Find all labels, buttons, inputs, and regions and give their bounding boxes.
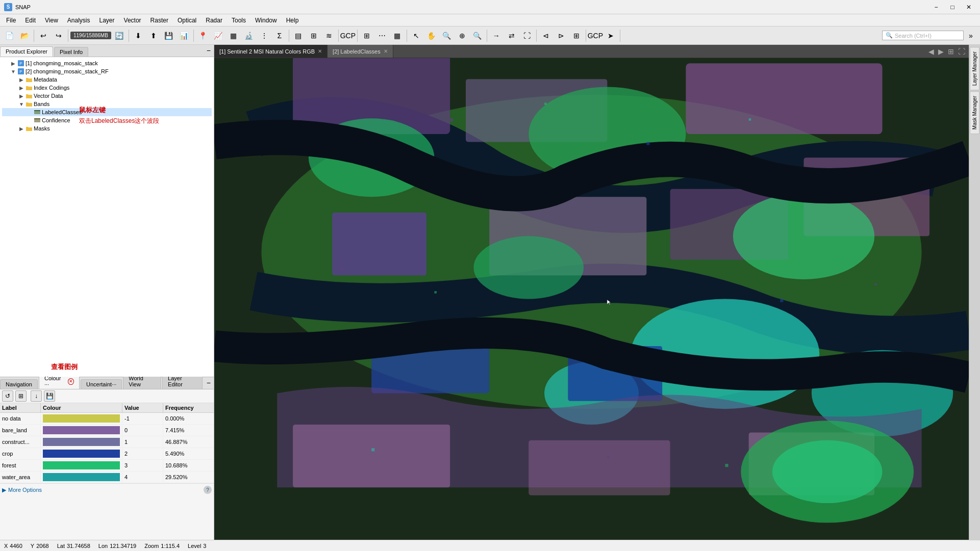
more-options-btn[interactable]: ▶ More Options ? bbox=[2, 486, 212, 494]
save-button[interactable]: 💾 bbox=[162, 29, 176, 43]
graph-button[interactable]: 📊 bbox=[177, 29, 191, 43]
menu-window[interactable]: Window bbox=[251, 16, 281, 25]
tree-item-product2[interactable]: ▼ P [2] chongming_mosaic_stack_RF bbox=[2, 67, 212, 75]
tab-navigation[interactable]: Navigation bbox=[0, 379, 38, 389]
profile-button[interactable]: ≋ bbox=[322, 29, 336, 43]
import-colors-btn[interactable]: ⊞ bbox=[15, 390, 27, 402]
redo-button[interactable]: ↪ bbox=[52, 29, 66, 43]
ct-row-0[interactable]: no data -1 0.000% bbox=[0, 413, 214, 425]
export-button[interactable]: ⬆ bbox=[146, 29, 161, 43]
gcp2-button[interactable]: GCP bbox=[588, 29, 602, 43]
arrow-button[interactable]: ➤ bbox=[604, 29, 618, 43]
save-colors-btn[interactable]: 💾 bbox=[44, 390, 55, 402]
select-button[interactable]: ↖ bbox=[409, 29, 423, 43]
tab-uncertainty[interactable]: Uncertaint··· bbox=[81, 379, 122, 389]
viewer-tab-2[interactable]: [2] LabeledClasses ✕ bbox=[328, 45, 393, 58]
expand-icon[interactable]: ▶ bbox=[18, 85, 24, 91]
expand-icon[interactable]: ▼ bbox=[18, 101, 24, 107]
rs-tab-layer-manager[interactable]: Layer Manager bbox=[970, 47, 979, 90]
new-button[interactable]: 📄 bbox=[2, 29, 16, 43]
tree-item-labeledclasses[interactable]: LabeledClasses bbox=[2, 108, 212, 116]
sync-button[interactable]: ⇄ bbox=[505, 29, 519, 43]
expand-icon[interactable]: ▶ bbox=[18, 93, 24, 99]
viewer-tab-1[interactable]: [1] Sentinel 2 MSI Natural Colors RGB ✕ bbox=[214, 45, 328, 58]
menu-view[interactable]: View bbox=[41, 16, 62, 25]
band-button[interactable]: ▦ bbox=[390, 29, 405, 43]
pin-button[interactable]: 📍 bbox=[196, 29, 210, 43]
expand-icon[interactable]: ▶ bbox=[18, 76, 24, 83]
menu-edit[interactable]: Edit bbox=[21, 16, 40, 25]
minimize-button[interactable]: − bbox=[929, 2, 943, 12]
viewer-prev-btn[interactable]: ◀ bbox=[927, 47, 936, 56]
tree-item-indexcodings[interactable]: ▶ Index Codings bbox=[2, 84, 212, 92]
panel-minimize-btn[interactable]: − bbox=[204, 44, 214, 57]
tree-item-confidence[interactable]: Confidence bbox=[2, 116, 212, 124]
tree-item-bands[interactable]: ▼ Bands bbox=[2, 100, 212, 108]
bottom-minimize-btn[interactable]: − bbox=[204, 377, 214, 389]
menu-file[interactable]: File bbox=[2, 16, 20, 25]
pan-button[interactable]: ✋ bbox=[424, 29, 439, 43]
gcp-button[interactable]: GCP bbox=[341, 29, 355, 43]
prev-button[interactable]: ⊲ bbox=[539, 29, 553, 43]
nav-button[interactable]: → bbox=[489, 29, 504, 43]
sigma-button[interactable]: Σ bbox=[272, 29, 287, 43]
ct-row-1[interactable]: bare_land 0 7.415% bbox=[0, 425, 214, 436]
zoom-out-button[interactable]: 🔍 bbox=[470, 29, 485, 43]
undo-button[interactable]: ↩ bbox=[36, 29, 51, 43]
menu-vector[interactable]: Vector bbox=[120, 16, 145, 25]
tree-item-product1[interactable]: ▶ P [1] chongming_mosaic_stack bbox=[2, 59, 212, 67]
grid-button[interactable]: ⊞ bbox=[360, 29, 374, 43]
spectrum-button[interactable]: 🔬 bbox=[242, 29, 256, 43]
scatter-button[interactable]: ⋮ bbox=[257, 29, 271, 43]
menu-layer[interactable]: Layer bbox=[95, 16, 119, 25]
tab-pixel-info[interactable]: Pixel Info bbox=[54, 47, 88, 57]
ct-row-5[interactable]: water_area 4 29.520% bbox=[0, 471, 214, 483]
viewer-tile-btn[interactable]: ⊞ bbox=[946, 47, 956, 56]
zoom-fit-button[interactable]: ⊕ bbox=[455, 29, 469, 43]
maximize-button[interactable]: □ bbox=[945, 2, 960, 12]
zoom-in-button[interactable]: 🔍 bbox=[440, 29, 454, 43]
tab-product-explorer[interactable]: Product Explorer bbox=[0, 46, 53, 57]
open-button[interactable]: 📂 bbox=[17, 29, 32, 43]
viewer-expand-btn[interactable]: ⛶ bbox=[957, 47, 967, 56]
menu-tools[interactable]: Tools bbox=[228, 16, 250, 25]
ct-row-2[interactable]: construct... 1 46.887% bbox=[0, 436, 214, 448]
viewer-tab-2-close[interactable]: ✕ bbox=[384, 48, 388, 54]
toolbar-separator-7 bbox=[357, 30, 358, 42]
mosaic-button[interactable]: ▤ bbox=[291, 29, 306, 43]
menu-help[interactable]: Help bbox=[282, 16, 303, 25]
expand-icon[interactable]: ▼ bbox=[10, 68, 16, 74]
bar-button[interactable]: ▦ bbox=[227, 29, 241, 43]
refresh-button[interactable]: 🔄 bbox=[112, 29, 127, 43]
arrange-button[interactable]: ⊞ bbox=[569, 29, 584, 43]
next-button[interactable]: ⊳ bbox=[554, 29, 568, 43]
fullscreen-button[interactable]: ⛶ bbox=[520, 29, 534, 43]
export-colors-btn[interactable]: ↓ bbox=[31, 390, 42, 402]
expand-icon[interactable] bbox=[27, 117, 33, 123]
expand-icon[interactable]: ▶ bbox=[10, 60, 16, 66]
menu-radar[interactable]: Radar bbox=[202, 16, 227, 25]
search-box[interactable]: 🔍 Search (Ctrl+I) bbox=[882, 31, 964, 40]
pixel-button[interactable]: ⊞ bbox=[307, 29, 321, 43]
dots-button[interactable]: ⋯ bbox=[375, 29, 389, 43]
expand-icon[interactable] bbox=[27, 109, 33, 115]
menu-optical[interactable]: Optical bbox=[173, 16, 200, 25]
viewer-next-btn[interactable]: ▶ bbox=[937, 47, 945, 56]
toolbar-more-btn[interactable]: » bbox=[964, 29, 978, 43]
menu-raster[interactable]: Raster bbox=[146, 16, 172, 25]
chart-button[interactable]: 📈 bbox=[211, 29, 225, 43]
status-lat: Lat 31.74658 bbox=[57, 543, 90, 549]
rs-tab-mask-manager[interactable]: Mask Manager bbox=[970, 91, 979, 134]
ct-row-4[interactable]: forest 3 10.688% bbox=[0, 460, 214, 471]
tree-item-vectordata[interactable]: ▶ Vector Data bbox=[2, 92, 212, 100]
band-icon bbox=[34, 109, 41, 116]
close-button[interactable]: ✕ bbox=[962, 2, 976, 12]
ct-row-3[interactable]: crop 2 5.490% bbox=[0, 448, 214, 460]
tree-item-masks[interactable]: ▶ Masks bbox=[2, 124, 212, 133]
reset-colors-btn[interactable]: ↺ bbox=[2, 390, 13, 402]
tree-item-metadata[interactable]: ▶ Metadata bbox=[2, 75, 212, 84]
import-button[interactable]: ⬇ bbox=[131, 29, 145, 43]
viewer-tab-1-close[interactable]: ✕ bbox=[318, 48, 322, 54]
expand-icon[interactable]: ▶ bbox=[18, 125, 24, 132]
menu-analysis[interactable]: Analysis bbox=[63, 16, 94, 25]
